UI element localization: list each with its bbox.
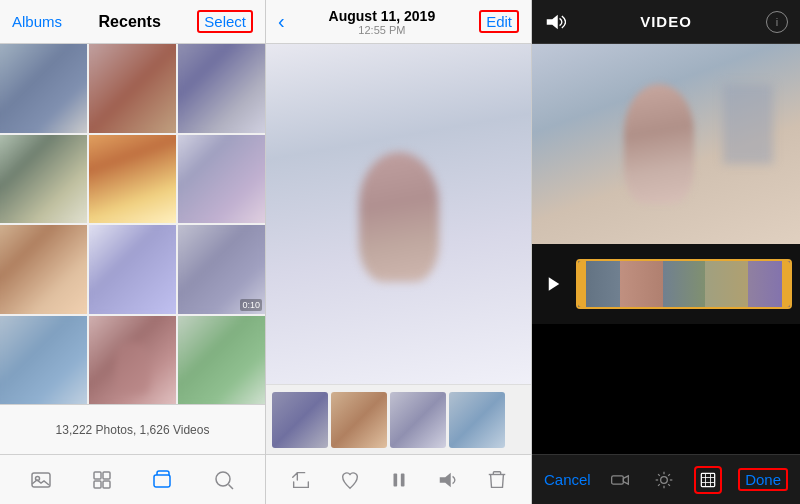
timeline-handle-left[interactable] [578, 261, 586, 307]
pause-action[interactable] [385, 466, 413, 494]
svg-point-16 [661, 476, 668, 483]
cancel-button[interactable]: Cancel [544, 471, 591, 488]
svg-line-24 [669, 474, 671, 476]
timeline-track[interactable] [576, 259, 792, 309]
grid-cell-8[interactable] [89, 225, 176, 314]
timeline-frames [578, 261, 790, 307]
albums-button[interactable]: Albums [12, 13, 62, 30]
svg-rect-2 [94, 472, 101, 479]
person-figure [115, 342, 150, 395]
photo-grid-inner: 0:10 [0, 44, 265, 404]
main-photo-person [359, 152, 439, 282]
volume-action[interactable] [434, 466, 462, 494]
svg-marker-13 [549, 277, 560, 291]
svg-point-7 [216, 472, 230, 486]
svg-line-22 [669, 484, 671, 486]
thumbnail-1[interactable] [272, 392, 328, 448]
svg-rect-3 [103, 472, 110, 479]
photo-date: August 11, 2019 [329, 8, 436, 24]
info-icon[interactable]: i [766, 11, 788, 33]
grid-cell-6[interactable] [178, 135, 265, 224]
recents-top-bar: Albums Recents Select [0, 0, 265, 44]
memories-tab[interactable] [88, 466, 116, 494]
svg-line-23 [659, 484, 661, 486]
svg-marker-11 [439, 472, 450, 487]
svg-marker-15 [624, 475, 629, 483]
recents-panel: Albums Recents Select 0:10 13,222 Photos… [0, 0, 266, 504]
photo-count-bar: 13,222 Photos, 1,626 Videos [0, 404, 265, 454]
brightness-icon[interactable] [650, 466, 678, 494]
done-button[interactable]: Done [738, 468, 788, 491]
grid-cell-11[interactable] [89, 316, 176, 405]
detail-thumbnails [266, 384, 531, 454]
video-editor-title: VIDEO [640, 13, 692, 30]
recents-title: Recents [99, 13, 161, 31]
video-person-figure [624, 84, 694, 204]
video-camera-icon[interactable] [606, 466, 634, 494]
grid-cell-2[interactable] [89, 44, 176, 133]
svg-marker-12 [547, 14, 558, 29]
video-editor-panel: VIDEO i Cancel [532, 0, 800, 504]
thumbnail-3[interactable] [390, 392, 446, 448]
recents-bottom-tabs [0, 454, 265, 504]
svg-line-8 [229, 484, 234, 489]
timeline-handle-right[interactable] [782, 261, 790, 307]
heart-action[interactable] [336, 466, 364, 494]
photo-count: 13,222 Photos, 1,626 Videos [56, 423, 210, 437]
thumbnail-4[interactable] [449, 392, 505, 448]
grid-cell-1[interactable] [0, 44, 87, 133]
photo-detail-panel: ‹ August 11, 2019 12:55 PM Edit [266, 0, 532, 504]
svg-rect-6 [154, 475, 170, 487]
video-spacer [532, 324, 800, 454]
date-time-block: August 11, 2019 12:55 PM [329, 8, 436, 36]
video-timeline [532, 244, 800, 324]
albums-tab[interactable] [149, 466, 177, 494]
delete-action[interactable] [483, 466, 511, 494]
video-bottom-bar: Cancel [532, 454, 800, 504]
detail-main-image[interactable] [266, 44, 531, 384]
search-tab[interactable] [210, 466, 238, 494]
select-button[interactable]: Select [197, 10, 253, 33]
svg-rect-9 [393, 473, 397, 486]
video-preview[interactable] [532, 44, 800, 244]
video-edit-icons [606, 466, 722, 494]
photo-grid: 0:10 [0, 44, 265, 404]
svg-rect-10 [400, 473, 404, 486]
svg-rect-14 [612, 475, 624, 483]
grid-cell-9[interactable]: 0:10 [178, 225, 265, 314]
svg-line-21 [659, 474, 661, 476]
video-duration-badge: 0:10 [240, 299, 262, 311]
play-button[interactable] [540, 270, 568, 298]
back-button[interactable]: ‹ [278, 10, 285, 33]
grid-cell-4[interactable] [0, 135, 87, 224]
grid-cell-7[interactable] [0, 225, 87, 314]
photo-time: 12:55 PM [358, 24, 405, 36]
photos-tab[interactable] [27, 466, 55, 494]
frame-segment-3 [663, 261, 705, 307]
detail-actions-bar [266, 454, 531, 504]
grid-cell-3[interactable] [178, 44, 265, 133]
detail-top-bar: ‹ August 11, 2019 12:55 PM Edit [266, 0, 531, 44]
main-photo-background [266, 44, 531, 384]
video-volume-icon[interactable] [544, 11, 566, 33]
share-action[interactable] [287, 466, 315, 494]
edit-button[interactable]: Edit [479, 10, 519, 33]
svg-rect-4 [94, 481, 101, 488]
grid-cell-12[interactable] [178, 316, 265, 405]
svg-rect-25 [702, 473, 715, 486]
frame-segment-2 [620, 261, 662, 307]
thumbnail-2[interactable] [331, 392, 387, 448]
svg-rect-5 [103, 481, 110, 488]
crop-icon[interactable] [694, 466, 722, 494]
grid-cell-5[interactable] [89, 135, 176, 224]
video-top-bar: VIDEO i [532, 0, 800, 44]
grid-cell-10[interactable] [0, 316, 87, 405]
svg-rect-0 [32, 473, 50, 487]
frame-segment-4 [705, 261, 747, 307]
video-bg-element [723, 84, 773, 164]
video-preview-background [532, 44, 800, 244]
